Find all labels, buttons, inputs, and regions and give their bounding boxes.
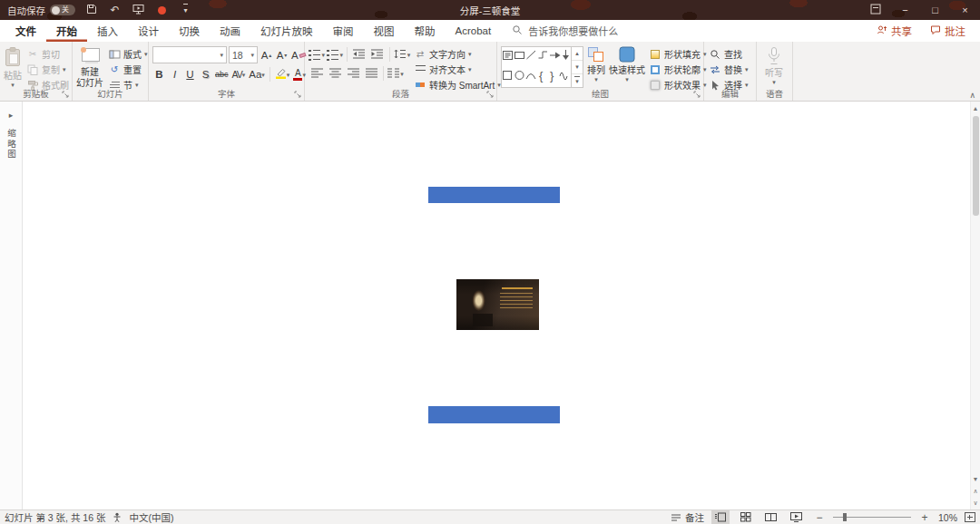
- tab-review[interactable]: 审阅: [323, 20, 364, 42]
- font-color-icon: A: [293, 69, 302, 81]
- thumbnail-panel-collapsed[interactable]: ▸ 缩略图: [0, 102, 23, 509]
- shapes-scroll-up-button[interactable]: ▴: [572, 47, 583, 60]
- zoom-level-indicator[interactable]: 10%: [938, 512, 957, 523]
- next-slide-button[interactable]: ∨: [971, 497, 980, 509]
- font-size-combobox[interactable]: 18▾: [229, 46, 258, 63]
- tab-help[interactable]: 帮助: [405, 20, 446, 42]
- tab-view[interactable]: 视图: [364, 20, 405, 42]
- share-button[interactable]: 共享: [867, 20, 921, 42]
- clipboard-dialog-launcher[interactable]: [61, 90, 70, 99]
- align-right-button[interactable]: [345, 65, 361, 82]
- dialog-launcher-icon: [294, 89, 301, 100]
- change-case-button[interactable]: Aa▾: [248, 66, 266, 82]
- align-left-button[interactable]: [309, 65, 325, 82]
- normal-view-button[interactable]: [711, 510, 730, 524]
- comments-button[interactable]: 批注: [921, 20, 975, 42]
- decrease-indent-button[interactable]: [351, 46, 368, 63]
- language-indicator[interactable]: 中文(中国): [129, 510, 173, 524]
- paste-button[interactable]: 粘贴 ▾: [4, 44, 22, 87]
- minimize-button[interactable]: −: [890, 0, 920, 20]
- columns-button[interactable]: ▾: [387, 65, 404, 82]
- select-button[interactable]: 选择▾: [708, 78, 750, 92]
- shapes-more-button[interactable]: ▾: [572, 73, 583, 87]
- section-button[interactable]: 节▾: [107, 78, 149, 92]
- layout-button[interactable]: 版式▾: [107, 47, 149, 61]
- font-name-combobox[interactable]: ▾: [152, 46, 227, 63]
- fit-slide-to-window-button[interactable]: [965, 512, 975, 522]
- shape-outline-button[interactable]: 形状轮廓▾: [649, 63, 707, 76]
- previous-slide-button[interactable]: ∧: [971, 485, 980, 497]
- justify-button[interactable]: [363, 65, 379, 82]
- slide-shape-blue-bar-top[interactable]: [428, 187, 560, 203]
- tab-design[interactable]: 设计: [128, 20, 169, 42]
- slide-sorter-view-button[interactable]: [737, 510, 755, 524]
- character-spacing-button[interactable]: AV▾: [231, 66, 247, 82]
- scrollbar-thumb[interactable]: [973, 116, 979, 216]
- scroll-down-button[interactable]: ▼: [971, 473, 980, 485]
- slide-shape-blue-bar-bottom[interactable]: [428, 406, 560, 423]
- tab-transitions[interactable]: 切换: [169, 20, 210, 42]
- accessibility-icon[interactable]: [113, 512, 122, 522]
- increase-indent-button[interactable]: [369, 46, 386, 63]
- text-direction-button[interactable]: ⇄文字方向▾: [414, 47, 501, 61]
- find-button[interactable]: 查找: [708, 47, 750, 61]
- tab-animations[interactable]: 动画: [210, 20, 250, 42]
- undo-button[interactable]: ↶: [107, 2, 122, 18]
- underline-button[interactable]: U: [183, 66, 197, 82]
- reset-button[interactable]: ↺重置: [107, 63, 149, 76]
- slideshow-view-button[interactable]: [788, 510, 806, 524]
- collapse-ribbon-button[interactable]: ∧: [969, 91, 975, 100]
- scroll-up-button[interactable]: ▲: [971, 102, 980, 114]
- customize-qat-button[interactable]: ▾: [178, 2, 193, 18]
- reading-view-button[interactable]: [762, 510, 780, 524]
- drawing-dialog-launcher[interactable]: [692, 90, 701, 99]
- save-button[interactable]: [83, 2, 99, 18]
- italic-button[interactable]: I: [168, 66, 181, 82]
- zoom-slider-thumb[interactable]: [843, 513, 847, 521]
- arrange-button[interactable]: 排列 ▾: [587, 44, 605, 87]
- tab-insert[interactable]: 插入: [87, 20, 128, 42]
- tab-home[interactable]: 开始: [46, 20, 87, 42]
- record-button[interactable]: [154, 2, 170, 18]
- zoom-in-button[interactable]: +: [918, 511, 931, 524]
- slide-editing-area: ▸ 缩略图 ▲ ▼ ∧ ∨: [0, 102, 980, 509]
- tab-file[interactable]: 文件: [5, 20, 46, 42]
- ribbon-display-options-button[interactable]: [860, 0, 890, 20]
- vertical-scrollbar[interactable]: ▲ ▼ ∧ ∨: [970, 102, 980, 509]
- align-text-button[interactable]: 对齐文本▾: [414, 63, 501, 76]
- align-center-button[interactable]: [327, 65, 343, 82]
- strikethrough-button[interactable]: abc: [214, 66, 230, 82]
- slide-number-indicator[interactable]: 幻灯片 第 3 张, 共 16 张: [5, 510, 105, 524]
- maximize-button[interactable]: □: [920, 0, 950, 20]
- notes-button[interactable]: 备注: [671, 510, 704, 524]
- grow-font-button[interactable]: A▴: [260, 47, 273, 63]
- new-slide-button[interactable]: 新建 幻灯片: [76, 44, 103, 87]
- bullets-button[interactable]: ▾: [309, 46, 325, 63]
- bold-button[interactable]: B: [152, 66, 166, 82]
- tab-slideshow[interactable]: 幻灯片放映: [250, 20, 323, 42]
- zoom-out-button[interactable]: −: [813, 511, 826, 524]
- replace-button[interactable]: 替换▾: [708, 63, 750, 76]
- close-button[interactable]: ×: [950, 0, 980, 20]
- quick-styles-button[interactable]: 快速样式 ▾: [609, 44, 645, 87]
- tell-me-search[interactable]: 告诉我你想要做什么: [512, 20, 618, 42]
- zoom-slider[interactable]: [833, 510, 911, 524]
- font-dialog-launcher[interactable]: [293, 90, 302, 99]
- paragraph-dialog-launcher[interactable]: [485, 90, 495, 99]
- shapes-gallery[interactable]: { } ▴ ▾ ▾: [501, 46, 583, 88]
- text-shadow-button[interactable]: S: [199, 66, 212, 82]
- cut-button[interactable]: ✂剪切: [25, 47, 70, 61]
- shape-fill-button[interactable]: 形状填充▾: [649, 47, 707, 61]
- slide-image[interactable]: [456, 279, 539, 330]
- layout-label: 版式: [123, 47, 142, 61]
- start-slideshow-button[interactable]: [131, 2, 146, 18]
- dictate-button[interactable]: 听写 ▾: [760, 44, 788, 87]
- shrink-font-button[interactable]: A▾: [275, 47, 289, 63]
- autosave-toggle[interactable]: 自动保存 关: [7, 4, 75, 17]
- shapes-scroll-down-button[interactable]: ▾: [572, 60, 583, 73]
- copy-button[interactable]: 复制▾: [25, 63, 70, 76]
- numbering-button[interactable]: ▾: [327, 46, 343, 63]
- tab-acrobat[interactable]: Acrobat: [446, 20, 502, 42]
- line-spacing-button[interactable]: ▾: [394, 46, 410, 63]
- text-highlight-button[interactable]: ▾: [274, 66, 291, 82]
